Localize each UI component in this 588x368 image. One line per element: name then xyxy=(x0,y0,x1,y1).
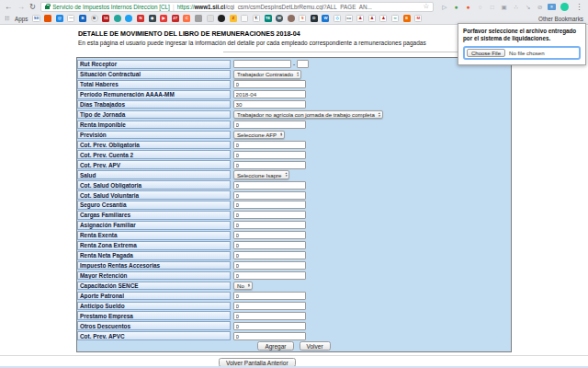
bookmark-favicon[interactable]: B xyxy=(79,15,86,22)
form-row: Cargas Familiares xyxy=(77,211,511,220)
volver-button[interactable]: Volver xyxy=(300,341,331,351)
form-row: SaludSeleccione Isapre▴▾ xyxy=(77,170,511,179)
field-value xyxy=(233,80,306,89)
field-input[interactable] xyxy=(233,90,306,98)
field-select[interactable]: Trabajador no agrícola con jornada de tr… xyxy=(233,110,383,120)
bookmark-favicon[interactable]: W xyxy=(276,15,283,22)
bookmark-favicon[interactable]: 27 xyxy=(172,15,179,22)
field-input[interactable] xyxy=(233,80,306,88)
field-input[interactable] xyxy=(233,241,306,249)
bookmark-favicon[interactable]: ♟ xyxy=(368,15,376,22)
browser-menu-button[interactable]: ⋮ xyxy=(575,3,582,11)
bookmark-star-icon[interactable]: ☆ xyxy=(423,3,429,10)
popup-message: Porfavor seleccione el archivo entregado… xyxy=(463,28,581,42)
field-input[interactable] xyxy=(233,312,306,320)
agregar-button[interactable]: Agregar xyxy=(257,341,293,351)
bookmark-favicon[interactable]: su xyxy=(345,15,353,22)
file-input[interactable]: Choose File No file chosen xyxy=(463,46,581,60)
bookmark-favicon[interactable]: W xyxy=(322,15,329,22)
bookmark-favicon[interactable] xyxy=(114,15,121,22)
bookmark-favicon[interactable]: 16 xyxy=(102,15,109,22)
bookmark-favicon[interactable] xyxy=(288,15,295,22)
bookmark-favicon[interactable]: B xyxy=(91,15,98,22)
bookmark-favicon[interactable]: ♟ xyxy=(356,15,364,22)
field-label: Aporte Patronal xyxy=(77,292,231,301)
form-row: Rut Receptor- xyxy=(77,60,511,69)
field-input[interactable] xyxy=(233,181,306,190)
field-input[interactable] xyxy=(233,161,306,169)
share-people-icon[interactable]: ∴ xyxy=(512,3,520,11)
bookmark-favicon[interactable]: N xyxy=(137,15,144,22)
bookmark-favicon[interactable]: D xyxy=(311,15,318,22)
field-select[interactable]: Trabajador Contratado▴▾ xyxy=(233,70,301,79)
field-input[interactable] xyxy=(233,201,306,209)
bookmark-favicon[interactable] xyxy=(125,15,132,22)
bookmark-favicon[interactable]: @ xyxy=(56,15,63,22)
field-value xyxy=(233,201,306,210)
other-bookmarks-button[interactable]: Other Bookmarks xyxy=(538,16,583,22)
field-input[interactable] xyxy=(233,141,306,149)
field-input[interactable] xyxy=(233,151,306,159)
bookmark-favicon[interactable] xyxy=(207,15,214,22)
field-input[interactable] xyxy=(233,191,306,200)
rut-number-input[interactable] xyxy=(233,60,291,68)
extension-circle-icon[interactable]: ○ xyxy=(476,3,484,11)
camera-icon[interactable]: ▣ xyxy=(500,3,508,11)
field-input[interactable] xyxy=(233,302,306,310)
field-label: Cargas Familiares xyxy=(77,211,231,220)
bookmark-favicon[interactable]: E xyxy=(403,15,411,22)
send-icon[interactable]: ▷ xyxy=(440,3,448,11)
bookmark-favicon[interactable] xyxy=(218,15,225,22)
bookmark-favicon[interactable]: ♟ xyxy=(379,15,387,22)
forward-button[interactable]: → xyxy=(17,3,26,11)
bookmark-favicon[interactable]: SII xyxy=(32,15,40,22)
extension-green-icon[interactable]: ● xyxy=(452,3,460,11)
field-input[interactable] xyxy=(233,332,306,340)
bookmark-favicon[interactable]: M xyxy=(414,15,422,22)
field-input[interactable] xyxy=(233,261,306,270)
back-button[interactable]: ← xyxy=(5,3,13,11)
bookmark-favicon[interactable] xyxy=(195,15,202,22)
extension-orange-icon[interactable]: ● xyxy=(464,3,472,11)
bookmark-favicon[interactable]: ◇ xyxy=(334,15,341,22)
form-row: Renta Neta Pagada xyxy=(77,251,511,260)
field-input[interactable] xyxy=(233,231,306,239)
extension-square-icon[interactable]: □ xyxy=(488,3,496,11)
field-input[interactable] xyxy=(233,221,306,229)
bookmark-favicon[interactable]: ◆ xyxy=(149,15,156,22)
bookmark-favicon[interactable] xyxy=(241,15,248,22)
bookmark-favicon[interactable]: — xyxy=(67,15,74,22)
field-input[interactable] xyxy=(233,100,306,109)
bookmark-favicon[interactable]: 9 xyxy=(299,15,306,22)
field-select[interactable]: Seleccione AFP▴▾ xyxy=(233,131,285,140)
bookmark-favicon[interactable]: ▶ xyxy=(160,15,167,22)
apps-label[interactable]: Apps xyxy=(15,16,28,22)
badge-icon[interactable]: ≡ xyxy=(548,4,556,10)
choose-file-button[interactable]: Choose File xyxy=(467,49,505,57)
form-row: Tipo de JornadaTrabajador no agrícola co… xyxy=(77,110,511,120)
bookmark-favicon[interactable]: T. xyxy=(253,15,260,22)
bookmark-favicon[interactable]: TE xyxy=(265,15,272,22)
cursor-icon[interactable]: ↘ xyxy=(524,3,532,11)
bookmark-favicon[interactable]: Z xyxy=(230,15,237,22)
field-input[interactable] xyxy=(233,322,306,330)
apps-grid-icon[interactable] xyxy=(5,16,10,21)
block-icon[interactable]: ⊘ xyxy=(536,3,544,11)
bookmark-favicon[interactable]: ∞ xyxy=(391,15,399,22)
field-input[interactable] xyxy=(233,271,306,280)
bookmark-favicon[interactable] xyxy=(44,15,51,22)
field-select[interactable]: No▴▾ xyxy=(233,282,253,291)
profile-avatar[interactable] xyxy=(560,3,569,11)
field-input[interactable] xyxy=(233,292,306,300)
rut-dv-input[interactable] xyxy=(297,60,309,68)
field-label: Cot. Salud Obligatoria xyxy=(77,180,231,190)
refresh-button[interactable]: ↻ xyxy=(29,3,36,11)
form-row: Otros Descuentos xyxy=(77,321,511,330)
field-select[interactable]: Seleccione Isapre▴▾ xyxy=(233,170,289,179)
bookmark-favicon[interactable]: C xyxy=(183,15,190,22)
form-row: Renta Imponible xyxy=(77,121,511,130)
field-input[interactable] xyxy=(233,211,306,219)
field-input[interactable] xyxy=(233,121,306,129)
field-input[interactable] xyxy=(233,251,306,259)
url-bar[interactable]: Servicio de Impuestos Internos Direccion… xyxy=(40,2,434,12)
